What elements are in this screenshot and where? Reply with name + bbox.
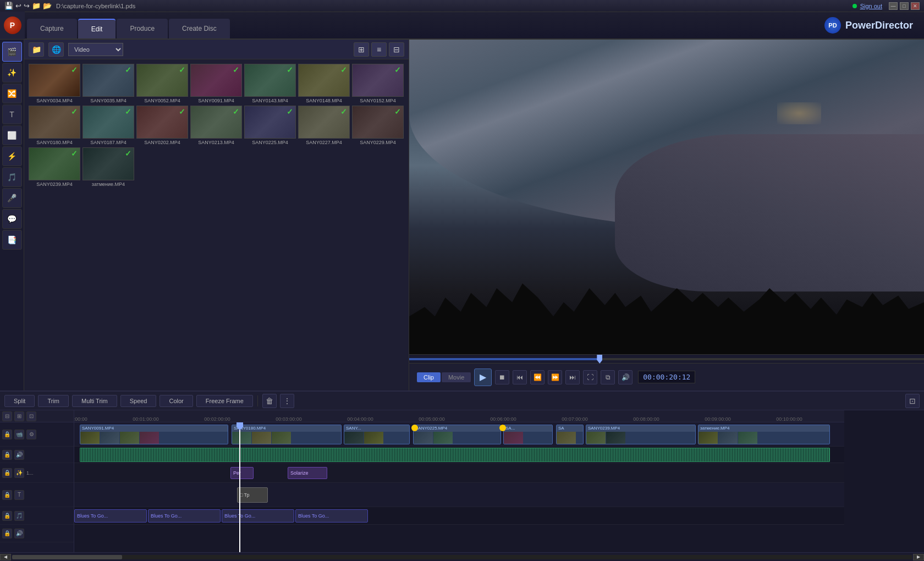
trim-button[interactable]: Trim [38,395,69,407]
music-clip-3[interactable]: Blues To Go... [222,509,294,522]
next-frame-button[interactable]: ⏩ [548,370,562,384]
media-thumb-14[interactable]: ✓SANY0239.MP4 [29,147,80,187]
import-folder-btn[interactable]: 📁 [29,42,44,57]
media-thumb-3[interactable]: ✓SANY0091.MP4 [190,64,242,103]
video-track-lock[interactable]: 🔒 [2,430,12,439]
title-visible[interactable]: T [14,490,24,500]
sidebar-media-btn[interactable]: 🎬 [2,42,22,62]
fullscreen-button[interactable]: ⛶ [583,370,597,384]
media-thumb-0[interactable]: ✓SANY0034.MP4 [29,64,80,103]
fx-clip-per[interactable]: Per [230,467,254,479]
sidebar-transitions-btn[interactable]: 🔀 [2,84,22,103]
audio-track-label-1: 🔒 🔊 [0,447,74,463]
close-button[interactable]: ✕ [911,2,920,10]
media-thumb-8[interactable]: ✓SANY0187.MP4 [82,106,134,145]
maximize-button[interactable]: □ [900,2,909,10]
more-options-btn[interactable]: ⋮ [280,394,294,408]
media-thumb-6[interactable]: ✓SANY0152.MP4 [352,64,404,103]
sidebar-titles-btn[interactable]: T [2,105,22,124]
video-clip-2[interactable]: SANY0180.MP4 [232,425,342,444]
sidebar-effects-btn[interactable]: ✨ [2,63,22,82]
minimize-button[interactable]: — [889,2,898,10]
media-thumb-2[interactable]: ✓SANY0052.MP4 [136,64,188,103]
scroll-right-btn[interactable]: ▶ [913,554,924,560]
timeline-tracks[interactable]: 00:00:00:00 00:01:00:00 00:02:00:00 00:0… [74,410,924,552]
video-track-settings[interactable]: ⚙ [26,430,36,439]
rewind-button[interactable]: ⏮ [513,370,527,384]
play-button[interactable]: ▶ [474,369,492,386]
music-lock-2[interactable]: 🔒 [2,529,12,538]
media-type-select[interactable]: Video Audio Photo [68,43,123,56]
music-vol-2[interactable]: 🔊 [14,529,24,538]
media-thumb-7[interactable]: ✓SANY0180.MP4 [29,106,80,145]
media-thumb-12[interactable]: ✓SANY0227.MP4 [298,106,350,145]
media-thumb-15[interactable]: ✓затмение.MP4 [82,147,134,187]
fast-forward-button[interactable]: ⏭ [565,370,580,384]
sign-out-button[interactable]: Sign out [860,3,882,9]
video-clip-7[interactable]: SANY0239.MP4 [586,425,696,444]
media-thumb-10[interactable]: ✓SANY0213.MP4 [190,106,242,145]
movie-tab[interactable]: Movie [442,372,471,382]
volume-button[interactable]: 🔊 [618,370,632,384]
timeline-grid-btn[interactable]: ⊡ [26,411,36,421]
preview-scrubber[interactable] [409,354,924,363]
title-lock[interactable]: 🔒 [2,490,12,500]
color-button[interactable]: Color [160,395,193,407]
video-clip-3[interactable]: SANY... [344,425,410,444]
fx-visible[interactable]: ✨ [14,468,24,478]
delete-clip-btn[interactable]: 🗑 [262,394,277,408]
speed-button[interactable]: Speed [120,395,157,407]
tab-produce[interactable]: Produce [117,19,168,38]
video-clip-5[interactable]: SA... [503,425,553,444]
tab-capture[interactable]: Capture [27,19,77,38]
audio-visible-1[interactable]: 🔊 [14,450,24,460]
media-thumb-9[interactable]: ✓SANY0202.MP4 [136,106,188,145]
tab-edit[interactable]: Edit [78,19,116,38]
sidebar-chapters-btn[interactable]: 📑 [2,230,22,250]
scroll-left-btn[interactable]: ◀ [0,554,11,560]
clip-tab[interactable]: Clip [417,372,441,382]
sort-btn[interactable]: ⊟ [389,42,404,57]
scroll-thumb[interactable] [12,555,122,559]
sidebar-audio-btn[interactable]: 🎵 [2,167,22,187]
split-button[interactable]: Split [4,395,35,407]
timeline-add-btn[interactable]: ⊞ [14,411,24,421]
music-clip-2[interactable]: Blues To Go... [148,509,221,522]
media-thumb-5[interactable]: ✓SANY0148.MP4 [298,64,350,103]
stop-button[interactable]: ⏹ [495,370,509,384]
media-thumb-13[interactable]: ✓SANY0229.MP4 [352,106,404,145]
media-thumb-11[interactable]: ✓SANY0225.MP4 [244,106,296,145]
music-clip-1[interactable]: Blues To Go... [74,509,147,522]
title-clip-1[interactable]: □ Тр [237,487,268,503]
music-clip-4[interactable]: Blues To Go... [295,509,368,522]
music-lock-1[interactable]: 🔒 [2,511,12,521]
storyboard-view-btn[interactable]: ⊞ [354,42,369,57]
timeline-mode-btn[interactable]: ⊟ [2,411,12,421]
sidebar-pip-btn[interactable]: ⬜ [2,125,22,145]
audio-lock-1[interactable]: 🔒 [2,450,12,460]
list-view-btn[interactable]: ≡ [371,42,387,57]
video-clip-8[interactable]: затмение.MP4 [698,425,830,444]
split-screen-button[interactable]: ⧉ [601,370,615,384]
sidebar-voice-btn[interactable]: 🎤 [2,188,22,208]
media-thumb-4[interactable]: ✓SANY0143.MP4 [244,64,296,103]
video-clip-1[interactable]: SANY0091.MP4 [80,425,228,444]
timeline-scrollbar[interactable]: ◀ ▶ [0,552,924,561]
fit-to-window-btn[interactable]: ⊡ [905,394,920,408]
import-web-btn[interactable]: 🌐 [48,42,64,57]
scrubber-head[interactable] [597,355,602,364]
sidebar-subtitle-btn[interactable]: 💬 [2,209,22,229]
video-clip-4[interactable]: SANY0225.MP4 [413,425,501,444]
prev-frame-button[interactable]: ⏪ [530,370,544,384]
video-track-visible[interactable]: 📹 [14,430,24,439]
scroll-track[interactable] [12,555,912,559]
fx-clip-solarize[interactable]: Solarize [288,467,327,479]
sidebar-particles-btn[interactable]: ⚡ [2,146,22,166]
video-clip-6[interactable]: SA [556,425,584,444]
fx-lock[interactable]: 🔒 [2,468,12,478]
tab-create-disc[interactable]: Create Disc [169,19,230,38]
media-thumb-1[interactable]: ✓SANY0035.MP4 [82,64,134,103]
freeze-frame-button[interactable]: Freeze Frame [196,395,253,407]
multi-trim-button[interactable]: Multi Trim [72,395,117,407]
music-visible-1[interactable]: 🎵 [14,511,24,521]
